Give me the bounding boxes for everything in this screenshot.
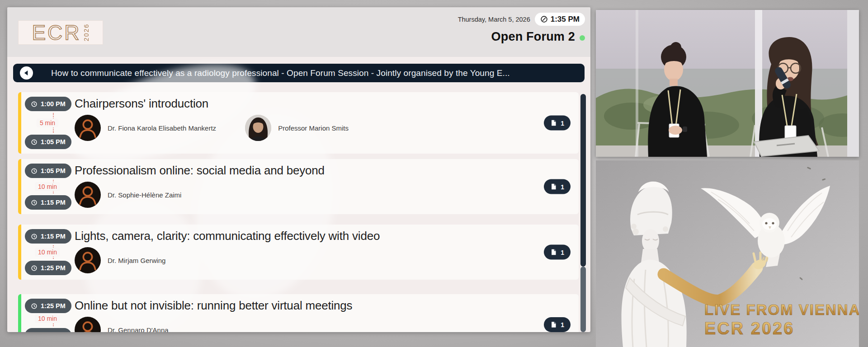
- speaker-avatar: [75, 182, 101, 208]
- start-time-badge: 1:05 PM: [25, 164, 71, 178]
- duration-label: 10 min: [35, 248, 60, 257]
- clock-icon: [31, 265, 38, 272]
- attachments-count: 1: [561, 321, 564, 328]
- start-time-badge: 1:00 PM: [25, 97, 71, 111]
- speaker: Dr. Fiona Karola Elisabeth Mankertz: [75, 115, 216, 141]
- live-indicator-dot: [580, 35, 585, 41]
- room-row: Open Forum 2: [491, 30, 585, 44]
- speaker: Professor Marion Smits: [245, 115, 349, 141]
- speaker-avatar: [75, 115, 101, 141]
- end-time-label: 1:35 PM: [41, 332, 66, 332]
- attachments-badge[interactable]: 1: [544, 245, 571, 260]
- start-time-badge: 1:25 PM: [25, 299, 71, 313]
- session-content: Lights, camera, clarity: communicating e…: [75, 229, 524, 273]
- attachments-count: 1: [561, 183, 564, 190]
- speaker-name: Dr. Fiona Karola Elisabeth Mankertz: [108, 124, 216, 132]
- live-from-vienna-text: LIVE FROM VIENNA: [704, 301, 859, 318]
- ecr-logo-year: 2026: [83, 23, 90, 41]
- back-icon: [24, 70, 29, 76]
- session-content: Online but not invisible: running better…: [75, 299, 524, 332]
- start-time-label: 1:00 PM: [41, 100, 66, 108]
- date-label: Thursday, March 5, 2026: [458, 16, 530, 23]
- clock-icon: [31, 199, 38, 206]
- session-content: Chairpersons' introduction Dr. Fiona Kar…: [75, 97, 524, 141]
- session-content: Professionalism online: social media and…: [75, 164, 524, 208]
- end-time-badge: 1:35 PM: [25, 328, 71, 332]
- session-title-bar: How to communicate effectively as a radi…: [13, 64, 585, 82]
- ecr-logo: ECR 2026: [18, 20, 103, 45]
- scrollbar-thumb[interactable]: [580, 94, 586, 267]
- speaker: Dr. Sophie-Hélène Zaimi: [75, 182, 181, 208]
- clock-icon: [31, 101, 38, 108]
- speaker-name: Dr. Gennaro D'Anna: [108, 326, 169, 333]
- attachments-badge[interactable]: 1: [544, 317, 571, 332]
- session-accent-bar: [18, 294, 21, 332]
- statue-illustration: LIVE FROM VIENNA ECR 2026: [596, 160, 859, 347]
- speaker-name: Dr. Mirjam Gerwing: [108, 257, 165, 264]
- start-time-label: 1:05 PM: [41, 167, 66, 174]
- speaker: Dr. Mirjam Gerwing: [75, 247, 165, 273]
- clock-icon: [31, 233, 38, 240]
- clock-badge: 1:35 PM: [535, 13, 585, 26]
- talk-title: Lights, camera, clarity: communicating e…: [75, 229, 524, 243]
- ecr-2026-text: ECR 2026: [704, 319, 794, 338]
- back-button[interactable]: [20, 66, 33, 80]
- speaker-list: Dr. Mirjam Gerwing: [75, 247, 524, 273]
- person-icon: [75, 182, 101, 208]
- session-accent-bar: [18, 159, 21, 214]
- start-time-label: 1:15 PM: [41, 233, 66, 240]
- clock-icon: [540, 15, 548, 23]
- scrollbar[interactable]: [580, 94, 586, 332]
- duration-label: 10 min: [35, 314, 60, 323]
- speaker: Dr. Gennaro D'Anna: [75, 317, 169, 332]
- session-accent-bar: [18, 225, 21, 280]
- attachments-badge[interactable]: 1: [544, 116, 571, 131]
- session-item[interactable]: 1:25 PM 10 min 1:35 PM Online but not in…: [18, 294, 579, 332]
- end-time-badge: 1:05 PM: [25, 135, 71, 149]
- statue-panel: LIVE FROM VIENNA ECR 2026: [596, 160, 859, 347]
- clock-icon: [31, 303, 38, 309]
- speaker-avatar: [75, 247, 101, 273]
- scrollbar-track: [580, 267, 586, 332]
- document-icon: [550, 321, 557, 328]
- screen: ECR 2026 Thursday, March 5, 2026 1:35 PM…: [0, 0, 868, 347]
- person-icon: [75, 115, 101, 141]
- clock-icon: [31, 332, 38, 333]
- talk-title: Professionalism online: social media and…: [75, 164, 524, 178]
- ecr-logo-text: ECR: [32, 22, 81, 43]
- attachments-count: 1: [561, 119, 564, 127]
- talk-title: Online but not invisible: running better…: [75, 299, 524, 313]
- session-item[interactable]: 1:15 PM 10 min 1:25 PM Lights, camera, c…: [18, 225, 579, 280]
- speakers-video-illustration: [596, 10, 859, 157]
- clock-icon: [31, 168, 38, 174]
- current-time: 1:35 PM: [551, 15, 580, 24]
- talk-title: Chairpersons' introduction: [75, 97, 524, 111]
- date-time-row: Thursday, March 5, 2026 1:35 PM: [458, 13, 585, 26]
- speaker-list: Dr. Fiona Karola Elisabeth Mankertz Prof…: [75, 115, 524, 141]
- start-time-label: 1:25 PM: [41, 302, 66, 309]
- end-time-label: 1:15 PM: [41, 199, 66, 206]
- person-icon: [75, 247, 101, 273]
- speaker-list: Dr. Gennaro D'Anna: [75, 317, 524, 332]
- session-item[interactable]: 1:05 PM 10 min 1:15 PM Professionalism o…: [18, 159, 579, 214]
- speaker-avatar: [245, 115, 271, 141]
- schedule-panel: ECR 2026 Thursday, March 5, 2026 1:35 PM…: [7, 7, 590, 332]
- session-item[interactable]: 1:00 PM 5 min 1:05 PM Chairpersons' intr…: [18, 92, 579, 154]
- session-title-text: How to communicate effectively as a radi…: [51, 68, 510, 78]
- session-list: 1:00 PM 5 min 1:05 PM Chairpersons' intr…: [18, 92, 579, 332]
- end-time-label: 1:05 PM: [41, 138, 66, 145]
- speaker-name: Professor Marion Smits: [278, 124, 349, 132]
- speaker-name: Dr. Sophie-Hélène Zaimi: [108, 191, 181, 199]
- document-icon: [550, 120, 557, 127]
- end-time-label: 1:25 PM: [41, 264, 66, 272]
- clock-icon: [31, 139, 38, 145]
- speaker-list: Dr. Sophie-Hélène Zaimi: [75, 182, 524, 208]
- document-icon: [550, 183, 557, 190]
- session-accent-bar: [18, 92, 21, 154]
- end-time-badge: 1:25 PM: [25, 261, 71, 275]
- attachments-badge[interactable]: 1: [544, 179, 571, 194]
- duration-label: 10 min: [35, 182, 60, 191]
- panel-header: ECR 2026 Thursday, March 5, 2026 1:35 PM…: [7, 7, 590, 57]
- start-time-badge: 1:15 PM: [25, 229, 71, 244]
- duration-label: 5 min: [37, 118, 58, 127]
